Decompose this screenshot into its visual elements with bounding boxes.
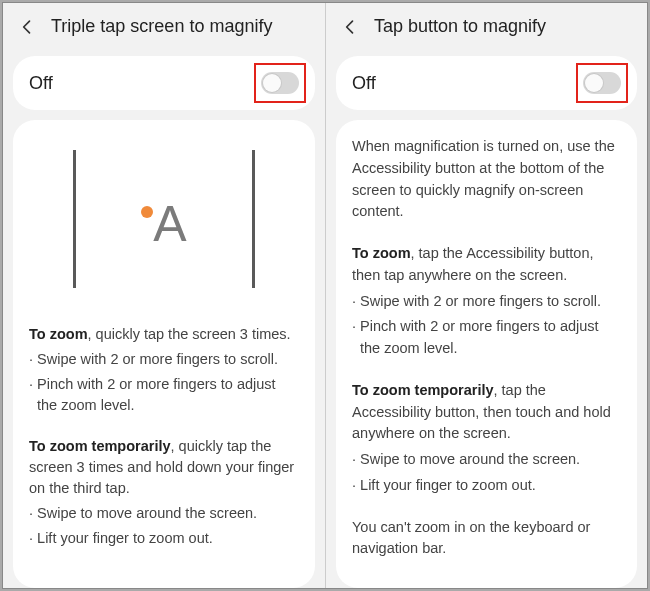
help-text: To zoom, quickly tap the screen 3 times. <box>29 324 299 345</box>
help-text: To zoom temporarily, tap the Accessibili… <box>352 380 621 445</box>
back-icon[interactable] <box>17 17 37 37</box>
help-text: Pinch with 2 or more fingers to adjust t… <box>352 316 621 360</box>
page-title: Tap button to magnify <box>374 16 546 37</box>
header: Tap button to magnify <box>326 3 647 50</box>
help-text: Swipe to move around the screen. <box>29 503 299 524</box>
help-text: Swipe to move around the screen. <box>352 449 621 471</box>
content-card: A To zoom, quickly tap the screen 3 time… <box>13 120 315 588</box>
toggle-row[interactable]: Off <box>352 72 621 94</box>
pane-triple-tap: Triple tap screen to magnify Off A To zo… <box>3 3 325 588</box>
pane-tap-button: Tap button to magnify Off When magnifica… <box>325 3 647 588</box>
toggle-card: Off <box>336 56 637 110</box>
magnify-illustration: A <box>29 134 299 304</box>
page-title: Triple tap screen to magnify <box>51 16 272 37</box>
help-text: You can't zoom in on the keyboard or nav… <box>352 517 621 561</box>
help-text: Pinch with 2 or more fingers to adjust t… <box>29 374 299 416</box>
illus-bar <box>73 150 76 288</box>
screenshot-frame: Triple tap screen to magnify Off A To zo… <box>2 2 648 589</box>
illus-glyph: A <box>141 199 186 249</box>
help-text: Swipe with 2 or more fingers to scroll. <box>29 349 299 370</box>
toggle-row[interactable]: Off <box>29 72 299 94</box>
toggle-label: Off <box>352 73 376 94</box>
toggle-label: Off <box>29 73 53 94</box>
letter-a: A <box>153 199 186 249</box>
back-icon[interactable] <box>340 17 360 37</box>
toggle-switch[interactable] <box>583 72 621 94</box>
illus-bar <box>252 150 255 288</box>
help-text: Lift your finger to zoom out. <box>29 528 299 549</box>
header: Triple tap screen to magnify <box>3 3 325 50</box>
toggle-card: Off <box>13 56 315 110</box>
toggle-switch[interactable] <box>261 72 299 94</box>
help-text: Lift your finger to zoom out. <box>352 475 621 497</box>
help-text: To zoom, tap the Accessibility button, t… <box>352 243 621 287</box>
dot-icon <box>141 206 153 218</box>
help-text: When magnification is turned on, use the… <box>352 136 621 223</box>
content-card: When magnification is turned on, use the… <box>336 120 637 588</box>
help-text: Swipe with 2 or more fingers to scroll. <box>352 291 621 313</box>
help-text: To zoom temporarily, quickly tap the scr… <box>29 436 299 499</box>
